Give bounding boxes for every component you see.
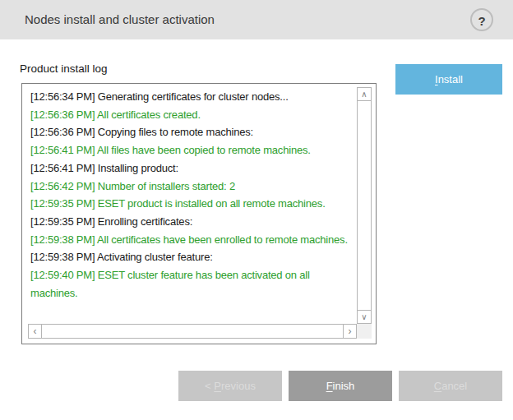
log-line: [12:56:36 PM] Copying files to remote ma… <box>30 123 355 141</box>
log-line: [12:56:42 PM] Number of installers start… <box>30 178 355 196</box>
install-log-label: Product install log <box>20 62 108 75</box>
log-line: [12:59:35 PM] Enrolling certificates: <box>30 213 355 231</box>
scrollbar-corner <box>357 324 372 339</box>
question-mark-icon: ? <box>478 14 485 28</box>
log-scroll-region: [12:56:34 PM] Generating certificates fo… <box>28 87 372 339</box>
horizontal-scrollbar[interactable]: ‹ › <box>28 324 357 339</box>
chevron-up-icon: ∧ <box>361 90 367 99</box>
log-line: [12:56:41 PM] Installing product: <box>30 159 355 178</box>
install-log-box: [12:56:34 PM] Generating certificates fo… <box>21 83 377 344</box>
log-line: [12:59:35 PM] ESET product is installed … <box>30 195 355 213</box>
log-line: [12:56:34 PM] Generating certificates fo… <box>30 88 355 106</box>
log-line: [12:59:40 PM] ESET cluster feature has b… <box>30 266 355 302</box>
log-line: [12:56:41 PM] All files have been copied… <box>30 141 355 159</box>
install-button[interactable]: Install <box>395 64 502 95</box>
help-button[interactable]: ? <box>470 8 493 31</box>
scroll-right-button[interactable]: › <box>343 324 357 339</box>
wizard-dialog: Nodes install and cluster activation ? P… <box>0 0 513 420</box>
page-title: Nodes install and cluster activation <box>25 0 215 39</box>
previous-button[interactable]: < Previous <box>178 371 282 401</box>
log-line: [12:59:38 PM] Activating cluster feature… <box>30 248 355 266</box>
scroll-down-button[interactable]: ∨ <box>357 310 372 324</box>
log-line: [12:56:36 PM] All certificates created. <box>30 106 355 124</box>
scroll-left-button[interactable]: ‹ <box>28 324 42 339</box>
install-log-text[interactable]: [12:56:34 PM] Generating certificates fo… <box>28 87 357 324</box>
dialog-header: Nodes install and cluster activation ? <box>0 0 513 39</box>
chevron-down-icon: ∨ <box>361 312 367 321</box>
finish-button[interactable]: Finish <box>289 371 392 401</box>
chevron-right-icon: › <box>349 325 352 337</box>
cancel-button[interactable]: Cancel <box>399 371 502 401</box>
vertical-scrollbar[interactable]: ∧ ∨ <box>357 87 372 324</box>
chevron-left-icon: ‹ <box>34 325 37 337</box>
log-line: [12:59:38 PM] All certificates have been… <box>30 231 355 249</box>
scroll-up-button[interactable]: ∧ <box>357 87 372 101</box>
